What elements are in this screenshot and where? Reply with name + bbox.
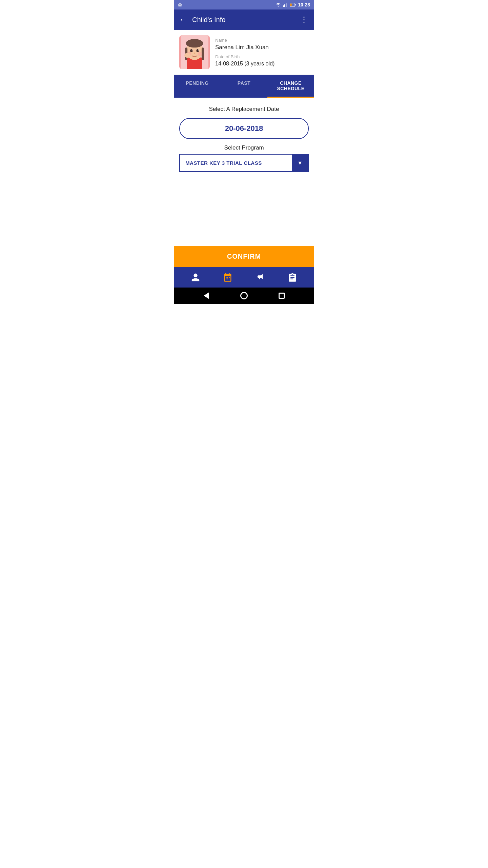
svg-rect-1: [284, 4, 285, 7]
clipboard-icon: [288, 273, 297, 282]
svg-rect-14: [202, 47, 204, 60]
bottom-nav: [174, 267, 314, 288]
child-photo: [179, 35, 210, 69]
select-program-label: Select Program: [179, 144, 309, 151]
home-system-button[interactable]: [239, 291, 249, 300]
name-label: Name: [215, 38, 274, 43]
svg-rect-5: [290, 4, 292, 6]
nav-item-profile[interactable]: [188, 270, 203, 285]
svg-rect-4: [295, 4, 296, 6]
tab-past[interactable]: PAST: [221, 75, 267, 98]
signal-icon: ◎: [178, 2, 182, 7]
replacement-date-label: Select A Replacement Date: [179, 106, 309, 113]
program-value: MASTER KEY 3 TRIAL CLASS: [180, 155, 292, 171]
status-bar-left: ◎: [178, 2, 182, 7]
tabs-bar: PENDING PAST CHANGESCHEDULE: [174, 75, 314, 98]
status-bar: ◎ 10:28: [174, 0, 314, 9]
header-left: ← Child's Info: [179, 15, 225, 24]
date-picker-button[interactable]: 20-06-2018: [179, 118, 309, 139]
program-select-container: Select Program MASTER KEY 3 TRIAL CLASS …: [179, 144, 309, 172]
recents-square-icon: [279, 293, 285, 299]
calendar-icon: [223, 273, 232, 282]
child-name: Sarena Lim Jia Xuan: [215, 44, 274, 51]
back-button[interactable]: ←: [179, 15, 187, 24]
confirm-button[interactable]: CONFIRM: [174, 246, 314, 267]
child-avatar: [179, 35, 210, 69]
svg-line-7: [292, 4, 292, 5]
chevron-down-icon: ▼: [297, 160, 303, 166]
app-header: ← Child's Info ⋮: [174, 9, 314, 30]
more-options-button[interactable]: ⋮: [300, 15, 309, 24]
nav-item-reports[interactable]: [285, 270, 300, 285]
child-dob: 14-08-2015 (3 years old): [215, 61, 274, 67]
nav-item-calendar[interactable]: [220, 270, 235, 285]
svg-point-21: [198, 52, 202, 56]
child-details: Name Sarena Lim Jia Xuan Date of Birth 1…: [215, 38, 274, 67]
nav-item-announcements[interactable]: [253, 270, 268, 285]
tab-change-schedule[interactable]: CHANGESCHEDULE: [267, 75, 314, 98]
svg-point-15: [190, 49, 192, 52]
megaphone-icon: [256, 273, 265, 282]
signal-bars-icon: [283, 3, 288, 7]
back-triangle-icon: [204, 292, 209, 299]
system-nav-bar: [174, 288, 314, 304]
svg-point-12: [186, 39, 203, 47]
svg-point-19: [194, 53, 195, 54]
svg-rect-2: [286, 3, 287, 7]
svg-rect-0: [283, 5, 284, 7]
status-time: 10:28: [298, 2, 310, 7]
svg-point-16: [196, 49, 199, 52]
status-bar-right: 10:28: [276, 2, 310, 7]
back-system-button[interactable]: [202, 291, 211, 300]
page-title: Child's Info: [192, 16, 225, 24]
home-circle-icon: [240, 292, 248, 299]
svg-point-18: [198, 50, 199, 51]
main-content: Select A Replacement Date 20-06-2018 Sel…: [174, 98, 314, 246]
battery-icon: [290, 3, 296, 7]
recents-system-button[interactable]: [277, 291, 286, 300]
svg-point-17: [191, 50, 192, 51]
person-icon: [191, 273, 200, 282]
dropdown-arrow-button[interactable]: ▼: [292, 155, 308, 171]
child-info-section: Name Sarena Lim Jia Xuan Date of Birth 1…: [174, 30, 314, 75]
svg-point-22: [184, 53, 190, 58]
wifi-icon: [276, 3, 281, 7]
program-dropdown[interactable]: MASTER KEY 3 TRIAL CLASS ▼: [179, 154, 309, 172]
tab-pending[interactable]: PENDING: [174, 75, 221, 98]
dob-label: Date of Birth: [215, 54, 274, 59]
